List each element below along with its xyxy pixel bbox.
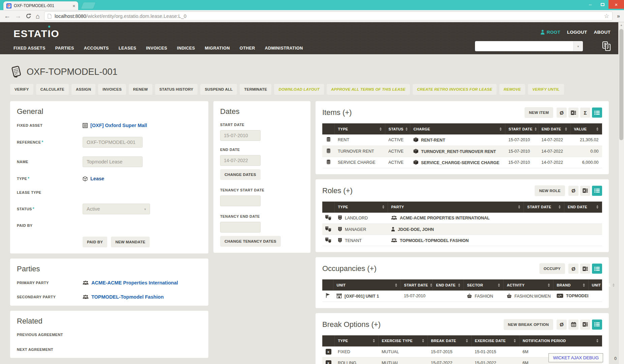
create-retro-invoices-button[interactable]: CREATE RETRO INVOICES FOR LEASE [413, 84, 497, 95]
download-layout-button[interactable]: DOWNLOAD LAYOUT [274, 84, 324, 95]
home-icon[interactable]: ⌂ [36, 13, 40, 20]
secondary-party-link[interactable]: TOPMODEL-Topmodel Fashion [83, 294, 202, 300]
list-view-icon[interactable] [592, 320, 602, 330]
break-col-notification-period[interactable]: NOTIFICATION PERIOD [519, 335, 602, 346]
occupancies-col-activity[interactable]: ACTIVITY [503, 279, 553, 291]
coins-icon[interactable] [322, 157, 334, 168]
url-bar[interactable]: localhost:8080/wicket/entity/org.estatio… [44, 11, 613, 21]
maximize-button[interactable] [596, 0, 608, 9]
change-tenancy-dates-button[interactable]: CHANGE TENANCY DATES [220, 236, 281, 247]
occupancies-col-start-date[interactable]: START DATE [400, 279, 433, 291]
occupancies-col-unit-size[interactable]: UNIT SIZE [588, 279, 602, 291]
invoices-button[interactable]: INVOICES [98, 84, 126, 95]
copy-pages-icon[interactable] [602, 41, 611, 53]
list-view-icon[interactable] [592, 108, 602, 118]
summary-sigma-icon[interactable]: Σ [580, 108, 590, 118]
items-col-start-date[interactable]: START DATE [505, 123, 538, 134]
hide-columns-icon[interactable]: Ø [557, 320, 567, 330]
nav-leases[interactable]: LEASES [119, 46, 136, 51]
occupancies-col-unit[interactable]: UNIT [333, 279, 400, 291]
new-tab-button[interactable] [81, 2, 96, 9]
roles-col-start-date[interactable]: START DATE [524, 202, 564, 213]
refresh-icon[interactable] [26, 13, 31, 19]
primary-party-link[interactable]: ACME-ACME Properties International [83, 280, 202, 285]
break-options-title[interactable]: Break Options (+) [322, 320, 381, 329]
calendar-icon[interactable] [568, 320, 578, 330]
items-col-value[interactable]: VALUE [570, 123, 602, 134]
new-break-option-button[interactable]: NEW BREAK OPTION [504, 319, 553, 330]
current-user[interactable]: ROOT [540, 30, 560, 35]
x-square-icon[interactable]: × [322, 346, 334, 358]
change-dates-button[interactable]: CHANGE DATES [220, 169, 261, 180]
hide-columns-icon[interactable]: Ø [568, 264, 578, 274]
items-col-type[interactable]: TYPE [334, 123, 385, 134]
occupancies-col-end-date[interactable]: END DATE [433, 279, 464, 291]
forward-icon[interactable]: → [15, 13, 21, 19]
scrollbar-thumb[interactable] [619, 29, 623, 140]
nav-fixed-assets[interactable]: FIXED ASSETS [13, 46, 46, 51]
new-mandate-button[interactable]: NEW MANDATE [111, 237, 150, 247]
list-view-icon[interactable] [592, 264, 602, 274]
remove-button[interactable]: REMOVE [499, 84, 525, 95]
scrollbar[interactable]: ▲ [618, 22, 624, 364]
back-icon[interactable]: ← [4, 13, 10, 19]
minimize-button[interactable]: – [584, 0, 596, 9]
nav-migration[interactable]: MIGRATION [205, 46, 230, 51]
new-role-button[interactable]: NEW ROLE [535, 185, 565, 196]
status-history-button[interactable]: STATUS HISTORY [155, 84, 198, 95]
items-col-charge[interactable]: CHARGE [410, 123, 505, 134]
roles-col-party[interactable]: PARTY [388, 202, 524, 213]
nav-invoices[interactable]: INVOICES [146, 46, 167, 51]
nav-indices[interactable]: INDICES [177, 46, 195, 51]
about-link[interactable]: ABOUT [594, 30, 611, 35]
nav-accounts[interactable]: ACCOUNTS [84, 46, 109, 51]
items-col-status[interactable]: STATUS [385, 123, 410, 134]
roles-col-end-date[interactable]: END DATE [564, 202, 602, 213]
fixed-asset-link[interactable]: [OXF] Oxford Super Mall [83, 123, 202, 128]
search-dropdown-icon[interactable]: ▾ [573, 41, 583, 51]
hide-columns-icon[interactable]: Ø [568, 186, 578, 196]
break-col-exercise-type[interactable]: EXERCISE TYPE [378, 335, 427, 346]
wicket-ajax-debug-button[interactable]: WICKET AJAX DEBUG [548, 353, 603, 362]
export-excel-icon[interactable] [580, 264, 590, 274]
nav-other[interactable]: OTHER [240, 46, 255, 51]
calculate-button[interactable]: CALCULATE [36, 84, 69, 95]
masks-icon[interactable] [322, 224, 334, 235]
break-col-exercise-date[interactable]: EXERCISE DATE [471, 335, 519, 346]
roles-col-type[interactable]: TYPE [334, 202, 388, 213]
masks-icon[interactable] [322, 213, 334, 224]
export-excel-icon[interactable] [580, 320, 590, 330]
export-excel-icon[interactable] [580, 186, 590, 196]
occupancies-col-sector[interactable]: SECTOR [464, 279, 503, 291]
chevrons-icon[interactable]: » [617, 13, 620, 19]
approve-all-terms-button[interactable]: APPROVE ALL TERMS OF THIS LEASE [327, 84, 410, 95]
export-excel-icon[interactable] [568, 108, 578, 118]
browser-tab[interactable]: OXF-TOPMODEL-001 × [3, 1, 78, 10]
x-square-icon[interactable]: × [322, 358, 334, 364]
suspend-all-button[interactable]: SUSPEND ALL [200, 84, 237, 95]
flag-icon[interactable] [322, 291, 333, 302]
list-view-icon[interactable] [592, 186, 602, 196]
hide-columns-icon[interactable]: Ø [557, 108, 567, 118]
assign-button[interactable]: ASSIGN [71, 84, 95, 95]
occupancies-col-brand[interactable]: BRAND [553, 279, 588, 291]
items-title[interactable]: Items (+) [322, 108, 352, 117]
occupancies-title[interactable]: Occupancies (+) [322, 264, 377, 273]
scroll-up-icon[interactable]: ▲ [619, 22, 624, 28]
tab-close-icon[interactable]: × [72, 4, 75, 8]
items-col-end-date[interactable]: END DATE [538, 123, 570, 134]
coins-icon[interactable] [322, 134, 334, 146]
coins-icon[interactable] [322, 146, 334, 157]
new-item-button[interactable]: NEW ITEM [525, 107, 553, 118]
masks-icon[interactable] [322, 235, 334, 246]
paid-by-button[interactable]: PAID BY [83, 237, 107, 247]
verify-until-button[interactable]: VERIFY UNTIL [528, 84, 564, 95]
type-link[interactable]: Lease [83, 176, 202, 181]
close-button[interactable]: × [608, 0, 624, 9]
verify-button[interactable]: VERIFY [10, 84, 33, 95]
break-col-type[interactable]: TYPE [334, 335, 378, 346]
terminate-button[interactable]: TERMINATE [240, 84, 271, 95]
search-input[interactable] [475, 41, 573, 51]
nav-parties[interactable]: PARTIES [55, 46, 74, 51]
roles-title[interactable]: Roles (+) [322, 186, 353, 195]
